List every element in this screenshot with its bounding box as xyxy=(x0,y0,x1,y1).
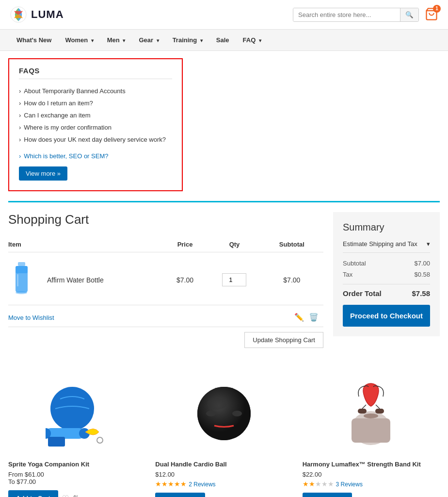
svg-point-13 xyxy=(97,437,103,443)
product-price-range-1: From $61.00 To $77.00 xyxy=(8,471,145,485)
svg-point-6 xyxy=(16,291,27,294)
product-card-3: Harmony Lumaflex™ Strength Band Kit $22.… xyxy=(303,372,440,497)
summary-subtotal-row: Subtotal $7.00 xyxy=(343,258,430,269)
cart-wishlist-cell: Move to Wishlist xyxy=(8,305,166,327)
subtotal-value: $7.00 xyxy=(414,260,430,267)
nav-item-whats-new[interactable]: What's New xyxy=(10,30,58,50)
nav-list: What's New Women ▾ Men ▾ Gear ▾ Training… xyxy=(0,30,448,50)
main-content: FAQS About Temporarily Banned Accounts H… xyxy=(1,51,447,497)
svg-rect-22 xyxy=(375,409,384,414)
svg-rect-20 xyxy=(352,418,390,443)
svg-point-25 xyxy=(364,414,378,418)
delete-cart-item-button[interactable]: 🗑️ xyxy=(309,313,319,322)
faq-item-4[interactable]: Where is my order confirmation xyxy=(19,121,172,133)
product-card-2: Dual Handle Cardio Ball $12.00 ★★★★★ 2 R… xyxy=(155,372,292,497)
search-button[interactable]: 🔍 xyxy=(400,8,418,21)
nav-link-faq[interactable]: FAQ ▾ xyxy=(236,30,268,50)
svg-point-18 xyxy=(232,411,242,416)
estimate-shipping[interactable]: Estimate Shipping and Tax ▾ xyxy=(343,240,430,253)
chevron-down-icon: ▾ xyxy=(200,38,203,43)
faq-item-5[interactable]: How does your UK next day delivery servi… xyxy=(19,133,172,146)
stars-filled-3: ★★ xyxy=(303,480,315,488)
search-box[interactable]: 🔍 xyxy=(293,8,419,22)
reviews-link-3[interactable]: 3 Reviews xyxy=(336,481,363,488)
product-price-to-1: To $77.00 xyxy=(8,478,36,485)
svg-line-24 xyxy=(376,405,380,409)
cart-main: Shopping Cart Item Price Qty Subtotal xyxy=(8,212,323,348)
add-to-cart-button-2[interactable]: Add to Cart xyxy=(155,493,205,497)
faq-item-1[interactable]: About Temporarily Banned Accounts xyxy=(19,85,172,97)
add-to-cart-button-3[interactable]: Add to Cart xyxy=(303,493,352,497)
chevron-down-icon: ▾ xyxy=(123,38,125,43)
faq-title: FAQS xyxy=(19,66,172,79)
faq-item-2[interactable]: How do I return an item? xyxy=(19,97,172,109)
chevron-down-icon: ▾ xyxy=(259,38,261,43)
stars-empty-3: ★★★ xyxy=(315,480,334,488)
order-total-label: Order Total xyxy=(343,289,382,298)
nav-link-women[interactable]: Women ▾ xyxy=(58,30,100,50)
chevron-down-icon: ▾ xyxy=(157,38,159,43)
reviews-link-2[interactable]: 2 Reviews xyxy=(189,481,215,488)
cart-item-price: $7.00 xyxy=(176,276,193,284)
shopping-cart-section: Shopping Cart Item Price Qty Subtotal xyxy=(8,202,440,363)
col-header-subtotal: Subtotal xyxy=(265,237,323,252)
nav-item-faq[interactable]: FAQ ▾ xyxy=(236,30,268,50)
nav-item-men[interactable]: Men ▾ xyxy=(100,30,132,50)
cart-icon[interactable]: 1 xyxy=(425,7,438,22)
nav-item-women[interactable]: Women ▾ xyxy=(58,30,100,50)
cart-title: Shopping Cart xyxy=(8,212,323,227)
nav-link-sale[interactable]: Sale xyxy=(209,30,236,50)
cart-item-name-cell: Affirm Water Bottle xyxy=(47,252,166,305)
logo-area[interactable]: LUMA xyxy=(10,6,64,23)
nav-link-training[interactable]: Training ▾ xyxy=(166,30,209,50)
product-price-3: $22.00 xyxy=(303,471,440,478)
svg-rect-21 xyxy=(358,409,367,414)
cart-qty-input[interactable] xyxy=(222,273,246,286)
nav-link-men[interactable]: Men ▾ xyxy=(100,30,132,50)
band-kit-image xyxy=(339,380,402,447)
faq-highlighted-link[interactable]: Which is better, SEO or SEM? xyxy=(19,152,172,160)
tax-label: Tax xyxy=(343,271,352,278)
product-actions-1: Add to Cart ♡ ⇅ xyxy=(8,490,145,497)
cart-item-subtotal-cell: $7.00 xyxy=(265,252,323,305)
product-name-3: Harmony Lumaflex™ Strength Band Kit xyxy=(303,461,440,468)
product-name-1: Sprite Yoga Companion Kit xyxy=(8,461,145,468)
svg-line-23 xyxy=(362,405,366,409)
search-input[interactable] xyxy=(293,8,400,21)
update-cart-wrap: Update Shopping Cart xyxy=(8,327,323,348)
update-cart-button[interactable]: Update Shopping Cart xyxy=(244,332,323,348)
wishlist-button-1[interactable]: ♡ xyxy=(62,494,69,497)
nav-item-training[interactable]: Training ▾ xyxy=(166,30,209,50)
cart-actions-row: Move to Wishlist ✏️ 🗑️ xyxy=(8,305,323,327)
faq-item-3[interactable]: Can I exchange an item xyxy=(19,109,172,121)
move-to-wishlist-link[interactable]: Move to Wishlist xyxy=(8,314,54,321)
view-more-button[interactable]: View more » xyxy=(19,166,67,181)
product-rating-2: ★★★★★ 2 Reviews xyxy=(155,480,292,488)
tax-value: $0.58 xyxy=(414,271,430,278)
cart-item-icons: ✏️ 🗑️ xyxy=(166,313,319,322)
cart-item-price-cell: $7.00 xyxy=(166,252,208,305)
add-to-cart-button-1[interactable]: Add to Cart xyxy=(8,490,58,497)
cart-item-qty-cell[interactable] xyxy=(208,252,265,305)
main-nav: What's New Women ▾ Men ▾ Gear ▾ Training… xyxy=(0,30,448,51)
product-card-1: Sprite Yoga Companion Kit From $61.00 To… xyxy=(8,372,145,497)
svg-rect-2 xyxy=(18,262,25,266)
checkout-button[interactable]: Proceed to Checkout xyxy=(343,305,430,327)
cart-summary: Summary Estimate Shipping and Tax ▾ Subt… xyxy=(333,212,440,336)
nav-link-gear[interactable]: Gear ▾ xyxy=(132,30,165,50)
col-header-qty: Qty xyxy=(208,237,265,252)
product-price-2: $12.00 xyxy=(155,471,292,478)
subtotal-label: Subtotal xyxy=(343,260,366,267)
logo-text: LUMA xyxy=(31,8,64,21)
svg-rect-5 xyxy=(17,274,18,286)
water-bottle-image xyxy=(8,260,35,298)
nav-link-whats-new[interactable]: What's New xyxy=(10,30,58,50)
nav-item-gear[interactable]: Gear ▾ xyxy=(132,30,165,50)
faq-section: FAQS About Temporarily Banned Accounts H… xyxy=(8,58,183,191)
nav-item-sale[interactable]: Sale xyxy=(209,30,236,50)
product-actions-2: Add to Cart ♡ ⇅ xyxy=(155,493,292,497)
edit-cart-item-button[interactable]: ✏️ xyxy=(294,313,304,322)
compare-button-1[interactable]: ⇅ xyxy=(73,494,79,497)
svg-point-15 xyxy=(197,387,251,440)
products-grid: Sprite Yoga Companion Kit From $61.00 To… xyxy=(8,372,440,497)
